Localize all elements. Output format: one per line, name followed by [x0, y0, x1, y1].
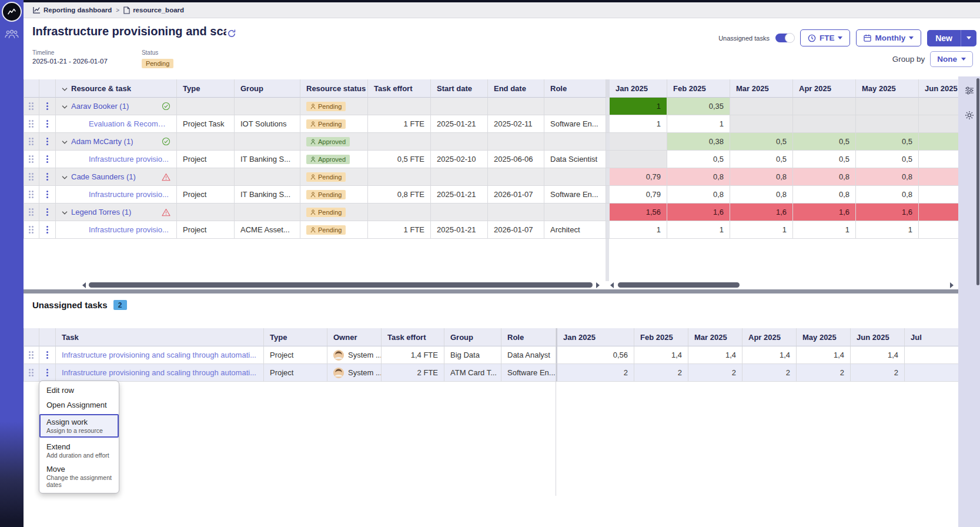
month-header[interactable]: Jun 2025	[851, 328, 905, 346]
months-scroll-left-arrow[interactable]	[610, 282, 614, 288]
row-menu-button[interactable]	[39, 98, 56, 115]
allocation-cell[interactable]: 1,4	[851, 346, 905, 364]
allocation-cell[interactable]: 0,79	[610, 168, 667, 186]
vertical-scrollbar[interactable]	[976, 78, 979, 285]
allocation-cell[interactable]: 2	[688, 364, 742, 382]
allocation-cell[interactable]: 0,5	[856, 133, 919, 151]
allocation-cell[interactable]: 0,38	[667, 133, 730, 151]
allocation-cell[interactable]: 0,8	[793, 186, 856, 204]
allocation-cell[interactable]: 1	[610, 115, 667, 133]
column-header-resource-status[interactable]: Resource status	[300, 79, 368, 98]
resource-link[interactable]: Cade Saunders (1)	[71, 172, 136, 181]
task-link[interactable]: Infrastructure provisio...	[89, 155, 169, 164]
column-header-group[interactable]: Group	[444, 328, 501, 346]
allocation-cell[interactable]: 2	[851, 364, 905, 382]
allocation-cell[interactable]: 1,4	[742, 346, 797, 364]
allocation-cell[interactable]: 0,79	[610, 186, 667, 204]
allocation-cell[interactable]: 1	[856, 221, 919, 239]
breadcrumb-item-board[interactable]: resource_board	[123, 6, 184, 14]
task-link[interactable]: Infrastructure provisioning and scaling …	[62, 368, 256, 377]
month-header[interactable]: Jan 2025	[556, 328, 634, 346]
allocation-cell[interactable]: 1,4	[797, 346, 851, 364]
column-header-resource-task[interactable]: Resource & task	[56, 79, 177, 98]
column-header-owner[interactable]: Owner	[327, 328, 382, 346]
row-drag-handle[interactable]	[24, 204, 39, 221]
allocation-cell[interactable]: 0,5	[667, 151, 730, 168]
scroll-left-arrow[interactable]	[82, 282, 86, 288]
row-menu-button[interactable]	[39, 221, 56, 239]
breadcrumb-item-dashboard[interactable]: Reporting dashboard	[33, 6, 112, 14]
allocation-cell[interactable]: 2	[634, 364, 688, 382]
row-menu-button[interactable]	[39, 151, 56, 168]
column-header-task[interactable]: Task	[56, 328, 264, 346]
row-menu-button[interactable]	[39, 186, 56, 204]
unassigned-toggle[interactable]	[775, 34, 794, 42]
allocation-cell[interactable]: 1	[793, 221, 856, 239]
allocation-cell[interactable]: 1	[730, 221, 793, 239]
row-menu-button[interactable]	[39, 364, 56, 382]
month-header[interactable]: Feb 2025	[634, 328, 688, 346]
allocation-cell[interactable]: 0,56	[556, 346, 634, 364]
task-link[interactable]: Infrastructure provisio...	[89, 190, 169, 199]
chevron-down-icon[interactable]	[62, 102, 68, 111]
allocation-cell[interactable]: 1,6	[730, 204, 793, 221]
refresh-icon[interactable]	[227, 29, 236, 41]
chevron-down-icon[interactable]	[62, 84, 68, 93]
allocation-cell[interactable]: 0,35	[667, 98, 730, 115]
fte-dropdown-button[interactable]: FTE	[800, 29, 851, 46]
allocation-cell[interactable]: 0,8	[856, 186, 919, 204]
allocation-cell[interactable]: 0,5	[730, 151, 793, 168]
allocation-cell[interactable]: 2	[742, 364, 797, 382]
allocation-cell[interactable]	[730, 98, 793, 115]
scroll-right-arrow[interactable]	[596, 282, 600, 288]
column-header-type[interactable]: Type	[177, 79, 235, 98]
allocation-cell[interactable]	[856, 115, 919, 133]
allocation-cell[interactable]	[856, 98, 919, 115]
allocation-cell[interactable]	[793, 115, 856, 133]
months-scroll-right-arrow[interactable]	[950, 282, 954, 288]
new-button[interactable]: New	[927, 30, 961, 46]
column-header-end-date[interactable]: End date	[488, 79, 544, 98]
allocation-cell[interactable]: 0,8	[856, 168, 919, 186]
column-header-role[interactable]: Role	[544, 79, 606, 98]
row-menu-button[interactable]	[39, 133, 56, 151]
row-drag-handle[interactable]	[24, 151, 39, 168]
month-header[interactable]: May 2025	[856, 79, 919, 98]
row-drag-handle[interactable]	[24, 186, 39, 204]
menu-item-edit-row[interactable]: Edit row	[39, 383, 119, 398]
row-drag-handle[interactable]	[24, 168, 39, 186]
task-link[interactable]: Infrastructure provisioning and scaling …	[62, 351, 256, 359]
column-header-group[interactable]: Group	[235, 79, 300, 98]
row-drag-handle[interactable]	[24, 221, 39, 239]
allocation-cell[interactable]: 1,6	[793, 204, 856, 221]
allocation-cell[interactable]: 2	[797, 364, 851, 382]
new-dropdown-arrow[interactable]	[961, 30, 976, 46]
column-header-role[interactable]: Role	[501, 328, 556, 346]
pane-splitter[interactable]	[24, 289, 980, 293]
allocation-cell[interactable]: 0,8	[793, 168, 856, 186]
resource-link[interactable]: Aarav Booker (1)	[71, 102, 129, 111]
allocation-cell[interactable]	[610, 133, 667, 151]
row-drag-handle[interactable]	[24, 133, 39, 151]
allocation-cell[interactable]	[610, 151, 667, 168]
row-menu-button[interactable]	[39, 168, 56, 186]
allocation-cell[interactable]: 0,8	[667, 168, 730, 186]
allocation-cell[interactable]: 0,5	[793, 133, 856, 151]
resource-link[interactable]: Legend Torres (1)	[71, 208, 131, 216]
gear-icon[interactable]	[965, 111, 974, 122]
pane-divider[interactable]	[606, 239, 609, 281]
group-by-dropdown[interactable]: None	[930, 51, 973, 67]
column-header-task-effort[interactable]: Task effort	[368, 79, 431, 98]
allocation-cell[interactable]: 1,6	[856, 204, 919, 221]
row-menu-button[interactable]	[39, 204, 56, 221]
left-pane-hscrollbar[interactable]	[89, 282, 593, 288]
row-drag-handle[interactable]	[24, 115, 39, 133]
allocation-cell[interactable]: 0,5	[730, 133, 793, 151]
allocation-cell[interactable]: 0,5	[793, 151, 856, 168]
allocation-cell[interactable]: 0,8	[667, 186, 730, 204]
month-header[interactable]: Apr 2025	[793, 79, 856, 98]
column-header-start-date[interactable]: Start date	[431, 79, 488, 98]
row-menu-button[interactable]	[39, 115, 56, 133]
month-header[interactable]: May 2025	[797, 328, 851, 346]
chevron-down-icon[interactable]	[62, 172, 68, 181]
